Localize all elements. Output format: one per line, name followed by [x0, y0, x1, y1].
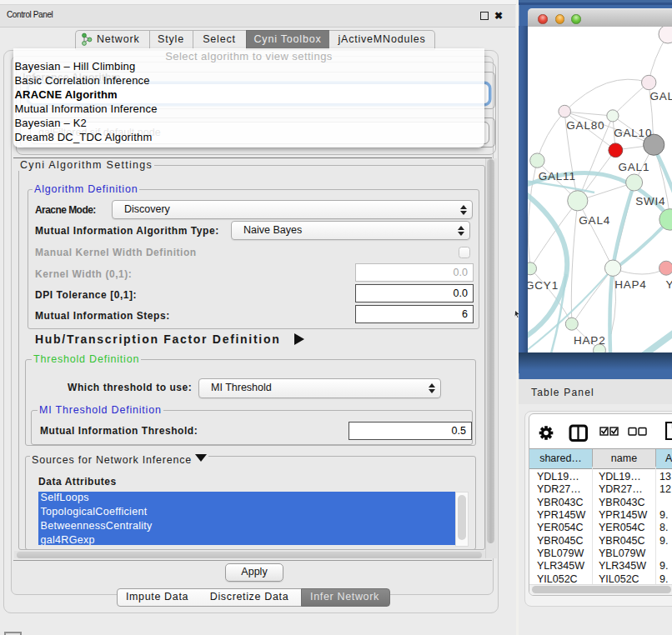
svg-text:GAL11: GAL11 — [539, 170, 576, 182]
svg-text:Y: Y — [665, 278, 672, 291]
svg-text:GCY1: GCY1 — [528, 279, 559, 292]
svg-text:GAL7: GAL7 — [650, 90, 672, 102]
svg-text:HAP2: HAP2 — [574, 334, 605, 347]
svg-text:HAP4: HAP4 — [614, 278, 646, 291]
svg-text:GAL80: GAL80 — [566, 119, 604, 132]
svg-text:GAL4: GAL4 — [579, 214, 610, 227]
svg-text:GAL10: GAL10 — [614, 127, 652, 139]
svg-text:SWI4: SWI4 — [635, 195, 665, 208]
svg-text:GAL1: GAL1 — [619, 161, 650, 173]
